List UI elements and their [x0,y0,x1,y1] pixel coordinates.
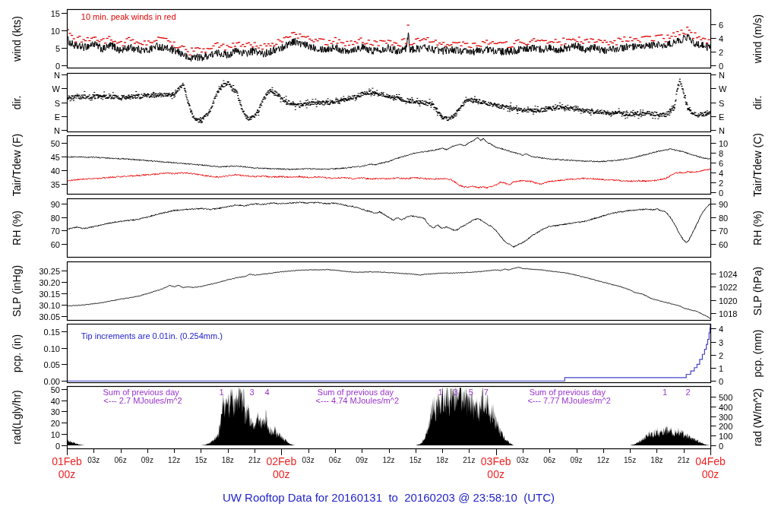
y-tick-label: 0.10 [0,344,60,353]
x-tick-label-minor: 18z [222,456,234,465]
x-tick-label-minor: 03z [517,456,529,465]
y-tick-label: 30 [0,407,60,416]
y-tick-label: 10 [0,27,60,36]
y-tick-label: 80 [0,214,60,223]
y-tick-label: N [719,126,725,135]
y-tick-label: S [719,99,724,108]
y-tick-label: 60 [719,240,728,249]
y-tick-label: 0 [0,62,60,71]
y-tick-label: 0 [719,188,723,198]
panel-annotation: <--- 4.74 MJoules/m^2 [316,396,399,405]
meteogram-canvas [0,0,778,532]
y-tick-label: 40 [0,397,60,406]
x-day-label: 04Feb 00z [695,455,726,481]
x-tick-label-minor: 12z [382,456,394,465]
y-tick-label: E [0,112,60,122]
y-tick-label: 0 [0,442,60,451]
y-tick-label: 4 [719,169,723,178]
y-tick-label: W [0,84,60,93]
x-tick-label-minor: 09z [570,456,582,465]
panel-annotation: 3 [454,388,458,397]
y-tick-label: 4 [719,34,723,43]
y-tick-label: 35 [0,180,60,189]
y-tick-label: 1018 [719,309,737,318]
x-day-label: 01Feb 00z [52,455,82,481]
y-tick-label: E [719,112,724,122]
y-tick-label: 70 [719,226,728,236]
x-tick-label-minor: 18z [436,456,448,465]
panel-annotation: 10 min. peak winds in red [81,12,176,21]
y-tick-label: 20 [0,419,60,428]
x-tick-label-minor: 12z [597,456,609,465]
y-tick-label: 200 [719,422,732,431]
panel-annotation: 7 [484,388,489,397]
x-tick-label-minor: 09z [141,456,153,465]
y-tick-label: 15 [0,9,60,18]
x-tick-label-minor: 12z [168,456,180,465]
y-tick-label: 0 [719,442,723,451]
y-tick-label: W [719,84,726,93]
y-tick-label: 70 [0,226,60,236]
y-tick-label: 0 [719,62,723,71]
meteogram: 0510150246wind (kts)wind (m/s)10 min. pe… [0,0,778,532]
panel-annotation: <--- 7.77 MJoules/m^2 [527,396,610,405]
y-tick-label: 50 [0,385,60,394]
panel-annotation: 1 [219,388,223,397]
y-tick-label: 0 [719,377,723,386]
x-tick-label-minor: 09z [356,456,368,465]
y-tick-label: 30.10 [0,301,60,310]
y-tick-label: S [0,99,60,108]
x-tick-label-minor: 03z [87,456,100,465]
x-tick-label-minor: 21z [248,456,261,465]
chart-title: UW Rooftop Data for 20160131 to 20160203… [67,491,710,504]
axis-title-left: rad(Lgly/hr) [10,360,24,474]
x-day-label: 02Feb 00z [266,455,296,481]
y-tick-label: 1020 [719,296,737,306]
panel-annotation: <--- 2.7 MJoules/m^2 [103,396,182,405]
x-tick-label-minor: 15z [410,456,422,465]
y-tick-label: 40 [0,166,60,176]
y-tick-label: 3 [719,338,723,347]
y-tick-label: 6 [719,159,723,168]
y-tick-label: 1024 [719,270,737,279]
x-tick-label-minor: 18z [650,456,663,465]
y-tick-label: 0.05 [0,360,60,369]
y-tick-label: N [719,71,725,80]
y-tick-label: 30.05 [0,312,60,321]
panel-annotation: 2 [686,388,691,397]
y-tick-label: 6 [719,21,723,30]
y-tick-label: 30.15 [0,290,60,299]
axis-title-right: rad (W/m^2) [751,360,764,474]
panel-annotation: 1 [438,388,443,397]
y-tick-label: 10 [0,430,60,439]
y-tick-label: 90 [0,200,60,209]
y-tick-label: 1 [719,364,723,373]
panel-annotation: 5 [469,388,473,397]
panel-annotation: Tip increments are 0.01in. (0.254mm.) [81,331,223,340]
y-tick-label: 2 [719,48,723,57]
y-tick-label: 1022 [719,283,737,292]
y-tick-label: 300 [719,413,732,422]
y-tick-label: 90 [719,200,728,209]
x-tick-label-minor: 06z [543,456,555,465]
y-tick-label: 60 [0,240,60,249]
panel-annotation: 1 [663,388,667,397]
y-tick-label: 2 [719,351,723,360]
y-tick-label: 0.15 [0,328,60,337]
y-tick-label: 30.25 [0,267,60,276]
y-tick-label: 30.20 [0,278,60,287]
y-tick-label: 10 [719,139,728,148]
y-tick-label: 2 [719,179,723,188]
x-tick-label-minor: 15z [624,456,636,465]
y-tick-label: 500 [719,393,732,402]
x-tick-label-minor: 21z [463,456,475,465]
y-tick-label: 4 [719,325,723,334]
y-tick-label: 8 [719,149,723,158]
y-tick-label: 100 [719,432,732,441]
y-tick-label: 400 [719,403,732,412]
panel-annotation: 3 [249,388,254,397]
y-tick-label: 5 [0,44,60,53]
x-tick-label-minor: 06z [115,456,127,465]
y-tick-label: 50 [0,139,60,148]
x-day-label: 03Feb 00z [481,455,511,481]
